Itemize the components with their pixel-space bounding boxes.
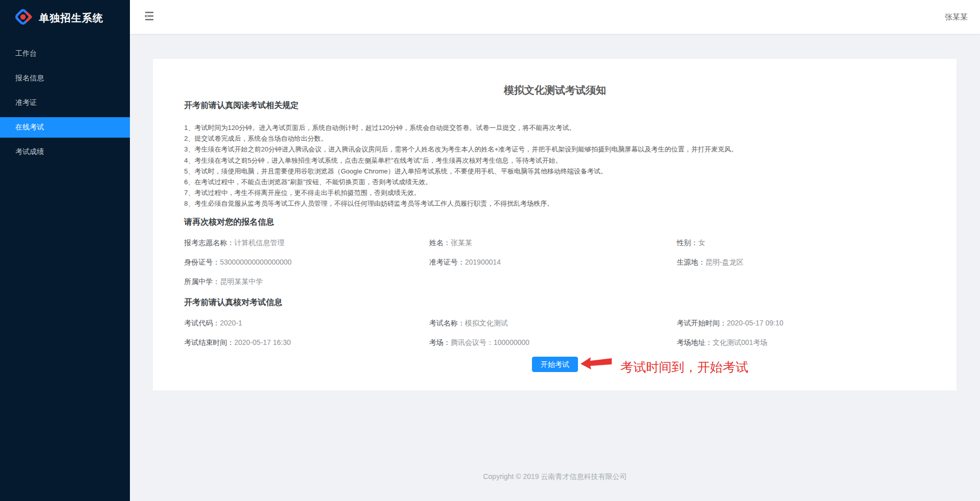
app-logo: 单独招生系统	[0, 0, 130, 36]
field-label: 考试结束时间：	[184, 338, 234, 346]
field-label: 考试名称：	[429, 319, 465, 327]
content-area: 模拟文化测试考试须知 开考前请认真阅读考试相关规定 1、考试时间为120分钟。进…	[130, 34, 980, 501]
field-value: 2020-1	[220, 319, 242, 327]
sidebar-item-workbench[interactable]: 工作台	[0, 43, 130, 64]
field-name: 姓名：张某某	[429, 238, 677, 247]
field-label: 姓名：	[429, 238, 451, 247]
menu-fold-icon	[144, 12, 154, 23]
exam-rule: 1、考试时间为120分钟。进入考试页面后，系统自动倒计时，超过120分钟，系统会…	[184, 122, 926, 133]
field-label: 考场：	[429, 338, 451, 346]
field-value: 530000000000000000	[220, 258, 292, 266]
exam-rule: 3、考生须在考试开始之前20分钟进入腾讯会议，进入腾讯会议房间后，需将个人姓名改…	[184, 144, 926, 155]
sidebar-item-label: 准考证	[15, 98, 37, 107]
field-value: 201900014	[465, 258, 501, 266]
field-value: 文化测试001考场	[712, 338, 767, 346]
field-label: 生源地：	[677, 258, 705, 266]
exam-rule: 8、考生必须自觉服从监考员等考试工作人员管理，不得以任何理由妨碍监考员等考试工作…	[184, 198, 926, 209]
field-value: 2020-05-17 09:10	[727, 319, 784, 327]
sidebar-item-online-exam[interactable]: 在线考试	[0, 117, 130, 138]
field-exam-end-time: 考试结束时间：2020-05-17 16:30	[184, 338, 429, 347]
field-gender: 性别：女	[677, 238, 926, 247]
field-value: 昆明-盘龙区	[705, 258, 744, 266]
field-exam-room: 考场：腾讯会议号：100000000	[429, 338, 677, 347]
user-menu[interactable]: 张某某	[940, 12, 973, 22]
exam-rule: 5、考试时，须使用电脑，并且需要使用谷歌浏览器（Google Chrome）进入…	[184, 166, 926, 177]
field-label: 考试代码：	[184, 319, 220, 327]
app-title: 单独招生系统	[39, 11, 103, 25]
field-id-number: 身份证号：530000000000000000	[184, 258, 429, 267]
sidebar-menu: 工作台 报名信息 准考证 在线考试 考试成绩	[0, 43, 130, 162]
sidebar-item-label: 工作台	[15, 49, 37, 58]
start-exam-button[interactable]: 开始考试	[532, 357, 578, 372]
field-exam-start-time: 考试开始时间：2020-05-17 09:10	[677, 319, 926, 328]
exam-rule: 7、考试过程中，考生不得离开座位，更不得走出手机拍摄范围，否则成绩无效。	[184, 187, 926, 198]
field-label: 报考志愿名称：	[184, 238, 234, 247]
copyright-footer: Copyright © 2019 云南青才信息科技有限公司	[130, 472, 980, 482]
exam-rule: 2、提交试卷完成后，系统会当场自动给出分数。	[184, 133, 926, 144]
field-value: 计算机信息管理	[234, 238, 284, 247]
exam-rule: 4、考生须在考试之前5分钟，进入单独招生考试系统，点击左侧菜单栏"在线考试"后，…	[184, 155, 926, 166]
field-label: 身份证号：	[184, 258, 220, 266]
signup-info-grid: 报考志愿名称：计算机信息管理 姓名：张某某 性别：女 身份证号：53000000…	[184, 238, 926, 286]
field-exam-address: 考场地址：文化测试001考场	[677, 338, 926, 347]
sidebar-item-registration-info[interactable]: 报名信息	[0, 68, 130, 89]
sidebar-item-admission-ticket[interactable]: 准考证	[0, 93, 130, 113]
exam-info-grid: 考试代码：2020-1 考试名称：模拟文化测试 考试开始时间：2020-05-1…	[184, 319, 926, 347]
field-origin: 生源地：昆明-盘龙区	[677, 258, 926, 267]
sidebar-item-label: 考试成绩	[15, 147, 44, 157]
exam-info-heading: 开考前请认真核对考试信息	[184, 297, 926, 308]
field-label: 性别：	[677, 238, 698, 247]
field-value: 张某某	[451, 238, 472, 247]
field-major: 报考志愿名称：计算机信息管理	[184, 238, 429, 247]
field-value: 模拟文化测试	[465, 319, 508, 327]
annotation-text: 考试时间到，开始考试	[620, 360, 748, 374]
field-value: 女	[698, 238, 705, 247]
field-value: 2020-05-17 16:30	[234, 338, 291, 346]
rules-list: 1、考试时间为120分钟。进入考试页面后，系统自动倒计时，超过120分钟，系统会…	[184, 122, 926, 209]
exam-notice-card: 模拟文化测试考试须知 开考前请认真阅读考试相关规定 1、考试时间为120分钟。进…	[153, 59, 956, 390]
notice-title: 模拟文化测试考试须知	[184, 83, 926, 97]
main-area: 张某某 模拟文化测试考试须知 开考前请认真阅读考试相关规定 1、考试时间为120…	[130, 0, 980, 501]
field-exam-name: 考试名称：模拟文化测试	[429, 319, 677, 328]
field-value: 昆明某某中学	[220, 277, 263, 286]
sidebar-item-label: 在线考试	[15, 123, 44, 132]
field-value: 腾讯会议号：100000000	[451, 338, 529, 346]
menu-fold-button[interactable]	[142, 10, 157, 24]
annotation-arrow-icon	[581, 357, 612, 372]
sidebar-item-exam-results[interactable]: 考试成绩	[0, 142, 130, 162]
field-school: 所属中学：昆明某某中学	[184, 277, 429, 286]
logo-diamond-icon	[13, 7, 33, 29]
field-ticket-number: 准考证号：201900014	[429, 258, 677, 267]
field-label: 所属中学：	[184, 277, 220, 286]
top-header: 张某某	[130, 0, 980, 34]
field-label: 考试开始时间：	[677, 319, 727, 327]
start-exam-row: 开始考试 考试时间到，开始考试	[184, 357, 926, 372]
exam-rule: 6、在考试过程中，不能点击浏览器"刷新"按钮、不能切换页面，否则考试成绩无效。	[184, 177, 926, 187]
field-label: 考场地址：	[677, 338, 712, 346]
sidebar: 单独招生系统 工作台 报名信息 准考证 在线考试 考试成绩	[0, 0, 130, 501]
rules-heading: 开考前请认真阅读考试相关规定	[184, 100, 926, 111]
field-exam-code: 考试代码：2020-1	[184, 319, 429, 328]
field-label: 准考证号：	[429, 258, 465, 266]
signup-info-heading: 请再次核对您的报名信息	[184, 216, 926, 228]
sidebar-item-label: 报名信息	[15, 74, 44, 83]
